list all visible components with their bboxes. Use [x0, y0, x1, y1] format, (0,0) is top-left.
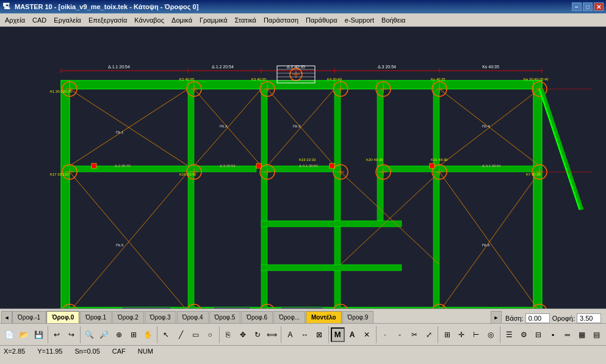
- titlebar-left: 🏗 MASTER 10 - [oikia_v9_me_toix.tek - Κά…: [2, 2, 198, 11]
- tab-floor-3[interactable]: Όροφ.3: [145, 311, 176, 323]
- toolbar-mode-a[interactable]: A: [345, 327, 359, 342]
- tab-floor-0[interactable]: Όροφ.0: [46, 311, 79, 323]
- toolbar-polar[interactable]: ◎: [484, 327, 498, 342]
- toolbar-dot[interactable]: ·: [378, 327, 392, 342]
- statusbar: X=2.85 Y=11.95 Sn=0.05 CAF NUM: [0, 345, 606, 356]
- menu-item-structural[interactable]: Δομικά: [168, 15, 196, 25]
- tab-floor-2[interactable]: Όροφ.2: [112, 311, 144, 323]
- toolbar-zoom-all[interactable]: ⊕: [112, 327, 126, 342]
- toolbar-zoom-window[interactable]: ⊞: [126, 327, 140, 342]
- svg-text:Κ19  22:33: Κ19 22:33: [299, 158, 316, 162]
- toolbar-copy[interactable]: ⎘: [222, 327, 236, 342]
- menu-item-static[interactable]: Στατικά: [231, 15, 260, 25]
- menu-item-windows[interactable]: Παράθυρα: [302, 15, 341, 25]
- svg-text:Πλ.2: Πλ.2: [220, 124, 228, 128]
- toolbar-save[interactable]: 💾: [32, 327, 46, 342]
- toolbar-sep-5: [281, 326, 281, 343]
- toolbar-dim[interactable]: ↔: [298, 327, 312, 342]
- svg-rect-142: [214, 307, 250, 309]
- toolbar-pan[interactable]: ✋: [141, 327, 155, 342]
- toolbar-zoom-out[interactable]: 🔎: [97, 327, 111, 342]
- toolbar-select[interactable]: ↖: [159, 327, 173, 342]
- tab-scroll-left[interactable]: ◄: [1, 311, 12, 323]
- toolbar-slab[interactable]: ▦: [575, 327, 589, 342]
- titlebar-controls: − □ ✕: [572, 2, 604, 11]
- svg-text:Πλ.6: Πλ.6: [482, 243, 490, 247]
- cad-canvas-area[interactable]: Δ.1.1 20:54 Δ.1.2 20:54 Δ.2 40:35 Δ.3 20…: [0, 27, 606, 309]
- toolbar: 📄 📂 💾 ↩ ↪ 🔍 🔎 ⊕ ⊞ ✋ ↖ ╱ ▭ ○ ⎘ ✥ ↻ ⟺ A ↔ …: [0, 323, 606, 345]
- sn-label: Sn=: [74, 348, 87, 355]
- toolbar-sep-6: [328, 326, 329, 343]
- menu-item-help[interactable]: Βοήθεια: [378, 15, 409, 25]
- toolbar-undo[interactable]: ↩: [50, 327, 64, 342]
- toolbar-column[interactable]: ▪: [546, 327, 560, 342]
- toolbar-rect[interactable]: ▭: [189, 327, 203, 342]
- tab-scroll-right[interactable]: ►: [491, 311, 502, 323]
- toolbar-properties[interactable]: ⚙: [517, 327, 531, 342]
- toolbar-sep-3: [157, 326, 157, 343]
- tab-floor-1[interactable]: Όροφ.1: [80, 311, 112, 323]
- toolbar-mode-m[interactable]: M: [331, 327, 345, 342]
- menu-item-tools[interactable]: Εργαλεία: [50, 15, 85, 25]
- toolbar-ortho[interactable]: ⊢: [469, 327, 483, 342]
- toolbar-layers[interactable]: ☰: [502, 327, 516, 342]
- toolbar-rotate[interactable]: ↻: [250, 327, 264, 342]
- svg-text:Κ1  20:120:25: Κ1 20:120:25: [50, 90, 72, 93]
- menu-item-support[interactable]: e-Support: [341, 15, 378, 25]
- toolbar-snap-grid[interactable]: ⊞: [440, 327, 454, 342]
- toolbar-new[interactable]: 📄: [2, 327, 16, 342]
- toolbar-beam[interactable]: ═: [560, 327, 574, 342]
- toolbar-snap-point[interactable]: ✛: [455, 327, 469, 342]
- tab-model[interactable]: Μοντέλο: [306, 311, 342, 323]
- svg-rect-15: [261, 265, 402, 271]
- svg-rect-137: [92, 163, 96, 168]
- menu-item-edit[interactable]: Επεξεργασία: [85, 15, 131, 25]
- toolbar-move[interactable]: ✥: [236, 327, 250, 342]
- statusbar-sn: Sn=0.05: [74, 348, 99, 355]
- toolbar-redo[interactable]: ↪: [65, 327, 79, 342]
- tab-floor-5[interactable]: Όροφ.5: [209, 311, 241, 323]
- toolbar-minus[interactable]: -: [392, 327, 406, 342]
- menu-item-cad[interactable]: CAD: [29, 15, 50, 25]
- basis-label: Βάση:: [505, 315, 524, 322]
- floor-label: Οροφή:: [552, 315, 575, 322]
- basis-value[interactable]: 0.00: [525, 313, 550, 323]
- svg-rect-138: [256, 163, 261, 168]
- tab-floor-more[interactable]: Όροφ...: [273, 311, 305, 323]
- menu-item-file[interactable]: Αρχεία: [1, 15, 29, 25]
- svg-text:Δ.2  40:35: Δ.2 40:35: [287, 65, 305, 69]
- tab-floor-4[interactable]: Όροφ.4: [177, 311, 209, 323]
- statusbar-caf: CAF: [112, 348, 126, 355]
- menu-item-linear[interactable]: Γραμμικά: [196, 15, 231, 25]
- minimize-button[interactable]: −: [572, 2, 582, 11]
- toolbar-open[interactable]: 📂: [17, 327, 31, 342]
- svg-text:Κe  20:40:25:40: Κe 20:40:25:40: [524, 77, 549, 81]
- tab-nav: Όροφ.-1 Όροφ.0 Όροφ.1 Όροφ.2 Όροφ.3 Όροφ…: [12, 311, 491, 323]
- svg-rect-1: [61, 80, 542, 89]
- close-button[interactable]: ✕: [594, 2, 604, 11]
- tab-floor-minus1[interactable]: Όροφ.-1: [12, 311, 46, 323]
- toolbar-line[interactable]: ╱: [174, 327, 188, 342]
- window-title: MASTER 10 - [oikia_v9_me_toix.tek - Κάτο…: [15, 3, 198, 10]
- toolbar-circle[interactable]: ○: [203, 327, 217, 342]
- toolbar-mirror[interactable]: ⟺: [265, 327, 279, 342]
- svg-text:Πλ.5: Πλ.5: [116, 243, 124, 247]
- tab-floor-9[interactable]: Όροφ.9: [342, 311, 374, 323]
- tab-floor-6[interactable]: Όροφ.6: [241, 311, 273, 323]
- toolbar-zoom-in[interactable]: 🔍: [82, 327, 96, 342]
- menu-item-display[interactable]: Παράσταση: [260, 15, 302, 25]
- toolbar-text[interactable]: A: [283, 327, 297, 342]
- toolbar-stair[interactable]: ▤: [590, 327, 604, 342]
- toolbar-hatch[interactable]: ⊠: [312, 327, 326, 342]
- maximize-button[interactable]: □: [583, 2, 593, 11]
- svg-rect-140: [430, 163, 435, 168]
- menu-item-grid[interactable]: Κάνναβος: [131, 15, 168, 25]
- toolbar-extend[interactable]: ⤢: [422, 327, 436, 342]
- toolbar-scissor[interactable]: ✂: [407, 327, 421, 342]
- toolbar-mode-x[interactable]: ✕: [360, 327, 374, 342]
- svg-rect-7: [334, 80, 341, 309]
- floor-value[interactable]: 3.50: [577, 313, 601, 323]
- toolbar-sep-8: [438, 326, 438, 343]
- toolbar-wall[interactable]: ⊟: [531, 327, 545, 342]
- toolbar-sep-1: [48, 326, 48, 343]
